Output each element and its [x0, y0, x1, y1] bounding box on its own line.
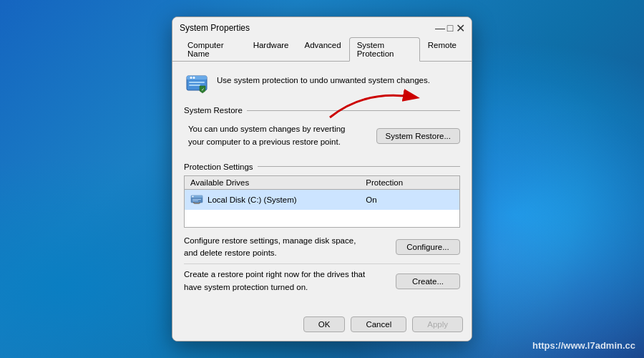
watermark: https://www.l7admin.cc	[532, 340, 635, 351]
system-properties-dialog: System Properties — □ ✕ Computer Name Ha…	[172, 16, 472, 342]
create-description: Create a restore point right now for the…	[184, 268, 365, 294]
svg-text:✓: ✓	[201, 87, 205, 92]
svg-rect-5	[189, 84, 200, 86]
apply-button[interactable]: Apply	[412, 316, 463, 332]
info-section: ✓ Use system protection to undo unwanted…	[184, 70, 460, 96]
svg-point-3	[193, 77, 195, 79]
window-controls: — □ ✕	[436, 24, 464, 32]
svg-rect-11	[192, 199, 201, 200]
drives-empty-area	[185, 210, 459, 227]
svg-rect-4	[189, 82, 205, 83]
svg-rect-12	[192, 200, 198, 201]
tab-advanced[interactable]: Advanced	[297, 37, 349, 62]
configure-row: Configure restore settings, manage disk …	[184, 233, 460, 264]
tab-remote[interactable]: Remote	[420, 37, 464, 62]
svg-rect-13	[194, 203, 200, 204]
minimize-button[interactable]: —	[436, 24, 444, 32]
maximize-button[interactable]: □	[446, 24, 454, 32]
shield-icon: ✓	[184, 70, 210, 96]
dialog-title: System Properties	[180, 23, 250, 33]
drive-protection-status: On	[366, 195, 454, 204]
drives-table-header: Available Drives Protection	[185, 176, 459, 190]
dialog-footer: OK Cancel Apply	[172, 311, 472, 341]
col-available-drives: Available Drives	[190, 178, 366, 187]
drives-table: Available Drives Protection	[184, 175, 460, 228]
svg-point-10	[192, 195, 194, 197]
tab-hardware[interactable]: Hardware	[245, 37, 297, 62]
configure-description: Configure restore settings, manage disk …	[184, 235, 356, 260]
drive-name: Local Disk (C:) (System)	[190, 194, 366, 205]
create-button[interactable]: Create...	[396, 274, 460, 289]
protection-settings-label: Protection Settings	[184, 163, 460, 171]
create-row: Create a restore point right now for the…	[184, 263, 460, 298]
info-description: Use system protection to undo unwanted s…	[217, 70, 430, 87]
col-protection: Protection	[366, 178, 454, 187]
svg-point-2	[190, 77, 192, 79]
drive-icon	[190, 194, 203, 205]
drive-row[interactable]: Local Disk (C:) (System) On	[185, 190, 459, 210]
tabs-container: Computer Name Hardware Advanced System P…	[172, 33, 472, 62]
ok-button[interactable]: OK	[303, 316, 346, 332]
svg-rect-1	[187, 76, 207, 79]
system-restore-label: System Restore	[184, 106, 460, 115]
tab-computer-name[interactable]: Computer Name	[180, 37, 245, 62]
protection-settings-group: Protection Settings Available Drives Pro…	[184, 163, 460, 298]
tab-system-protection[interactable]: System Protection	[349, 37, 420, 62]
cancel-button[interactable]: Cancel	[351, 316, 406, 332]
svg-rect-14	[193, 202, 195, 203]
restore-section: You can undo system changes by reverting…	[184, 119, 460, 155]
close-button[interactable]: ✕	[456, 24, 464, 32]
svg-rect-15	[199, 202, 200, 203]
system-restore-button[interactable]: System Restore...	[376, 128, 460, 144]
system-restore-group: System Restore You can undo system chang…	[184, 106, 460, 155]
dialog-content: ✓ Use system protection to undo unwanted…	[172, 62, 472, 311]
title-bar: System Properties — □ ✕	[172, 17, 472, 33]
configure-button[interactable]: Configure...	[396, 239, 460, 255]
restore-description: You can undo system changes by reverting…	[188, 123, 346, 148]
